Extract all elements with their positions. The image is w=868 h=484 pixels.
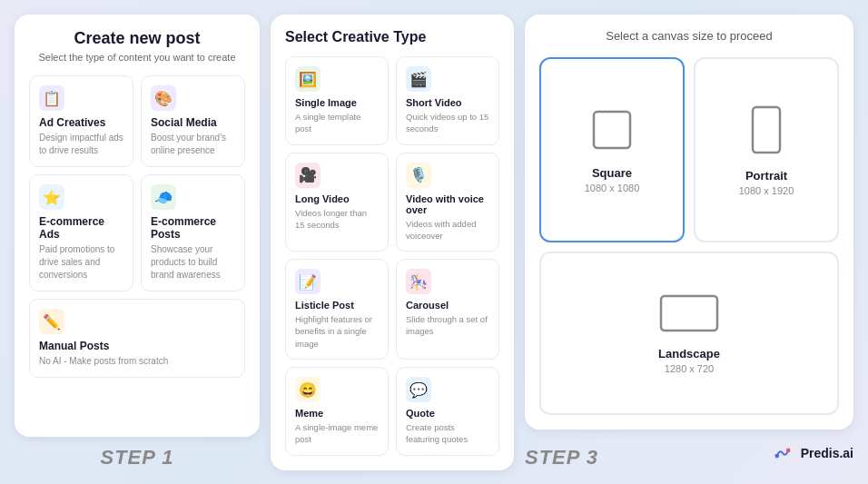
step2-item-title-carousel: Carousel (406, 300, 489, 311)
step2-item-title-listicle: Listicle Post (295, 300, 379, 311)
step1-icon-ad-creatives: 📋 (39, 85, 64, 111)
step1-icon-social-media: 🎨 (151, 85, 176, 111)
canvas-item-landscape[interactable]: Landscape 1280 x 720 (539, 252, 839, 415)
step2-item-desc-quote: Create posts featuring quotes (406, 421, 489, 446)
svg-point-4 (786, 449, 791, 453)
step2-icon-carousel: 🎠 (406, 269, 431, 294)
step2-item-title-short-video: Short Video (406, 97, 489, 108)
canvas-shape-portrait (749, 104, 784, 160)
step2-wrapper: Select Creative Type 🖼️ Single Image A s… (271, 15, 514, 469)
step3-wrapper: Select a canvas size to proceed Square 1… (525, 15, 853, 469)
step1-item-ecommerce-posts[interactable]: 🧢 E-commerce Posts Showcase your product… (141, 174, 245, 291)
canvas-title-portrait: Portrait (745, 169, 787, 183)
step1-item-title-ad-creatives: Ad Creatives (39, 116, 123, 129)
step1-item-title-ecommerce-ads: E-commerce Ads (39, 215, 123, 241)
step1-icon-ecommerce-posts: 🧢 (151, 184, 176, 210)
step2-item-carousel[interactable]: 🎠 Carousel Slide through a set of images (396, 259, 499, 360)
step2-item-quote[interactable]: 💬 Quote Create posts featuring quotes (396, 367, 499, 456)
step2-icon-quote: 💬 (406, 377, 431, 402)
step2-item-title-voice-over: Video with voice over (406, 193, 489, 215)
step2-item-long-video[interactable]: 🎥 Long Video Videos longer than 15 secon… (285, 153, 389, 252)
canvas-item-square[interactable]: Square 1080 x 1080 (539, 57, 685, 242)
svg-point-5 (774, 454, 779, 459)
step1-item-title-ecommerce-posts: E-commerce Posts (151, 215, 235, 241)
step2-icon-voice-over: 🎙️ (406, 163, 431, 188)
canvas-shape-landscape (657, 292, 721, 338)
landscape-shape-icon (657, 292, 721, 334)
step1-card: Create new post Select the type of conte… (15, 15, 260, 437)
canvas-item-portrait[interactable]: Portrait 1080 x 1920 (694, 57, 839, 242)
step3-card: Select a canvas size to proceed Square 1… (525, 15, 853, 430)
main-container: Create new post Select the type of conte… (0, 0, 868, 484)
step2-icon-short-video: 🎬 (406, 66, 431, 92)
step2-label: STEP 2 (356, 479, 429, 484)
step2-item-desc-single-image: A single template post (295, 111, 379, 135)
step2-icon-single-image: 🖼️ (295, 66, 321, 92)
step2-item-desc-voice-over: Videos with added voiceover (406, 218, 489, 242)
step2-item-voice-over[interactable]: 🎙️ Video with voice over Videos with add… (396, 153, 499, 252)
step2-item-single-image[interactable]: 🖼️ Single Image A single template post (285, 56, 389, 145)
predis-logo-text: Predis.ai (801, 446, 853, 460)
step1-item-desc-ad-creatives: Design impactful ads to drive results (39, 132, 123, 157)
step2-item-desc-meme: A single-image meme post (295, 421, 379, 446)
step2-item-title-meme: Meme (295, 408, 379, 419)
svg-rect-0 (594, 112, 630, 148)
step2-icon-long-video: 🎥 (295, 163, 321, 188)
step1-item-desc-ecommerce-posts: Showcase your products to build brand aw… (151, 243, 235, 282)
square-shape-icon (588, 106, 636, 153)
step2-item-short-video[interactable]: 🎬 Short Video Quick videos up to 15 seco… (396, 56, 499, 145)
step1-item-ecommerce-ads[interactable]: ⭐ E-commerce Ads Paid promotions to driv… (29, 174, 133, 291)
step2-item-title-single-image: Single Image (295, 97, 379, 108)
step1-subtitle: Select the type of content you want to c… (29, 52, 245, 63)
step1-item-desc-ecommerce-ads: Paid promotions to drive sales and conve… (39, 243, 123, 282)
step1-item-ad-creatives[interactable]: 📋 Ad Creatives Design impactful ads to d… (29, 75, 133, 167)
step1-grid: 📋 Ad Creatives Design impactful ads to d… (29, 75, 245, 378)
step2-grid: 🖼️ Single Image A single template post 🎬… (285, 56, 499, 456)
svg-rect-1 (753, 107, 780, 153)
step2-item-desc-carousel: Slide through a set of images (406, 313, 489, 338)
step1-label: STEP 1 (101, 446, 174, 469)
step1-item-social-media[interactable]: 🎨 Social Media Boost your brand's online… (141, 75, 245, 167)
step1-icon-manual-posts: ✏️ (39, 309, 64, 334)
step2-item-desc-listicle: Highlight features or benefits in a sing… (295, 313, 379, 350)
canvas-dim-landscape: 1280 x 720 (665, 363, 714, 374)
predis-logo-icon (770, 440, 795, 466)
step3-label: STEP 3 (525, 446, 598, 469)
canvas-title-landscape: Landscape (658, 347, 720, 361)
canvas-shape-square (588, 106, 636, 157)
step1-item-desc-manual-posts: No AI - Make posts from scratch (39, 355, 235, 368)
step2-item-title-quote: Quote (406, 408, 489, 419)
step3-title: Select a canvas size to proceed (539, 29, 839, 43)
canvas-dim-portrait: 1080 x 1920 (739, 185, 794, 196)
step2-card: Select Creative Type 🖼️ Single Image A s… (271, 15, 514, 470)
canvas-grid: Square 1080 x 1080 Portrait 1080 x 1920 … (539, 57, 839, 415)
step2-title: Select Creative Type (285, 29, 499, 45)
canvas-dim-square: 1080 x 1080 (585, 183, 640, 193)
step2-item-meme[interactable]: 😄 Meme A single-image meme post (285, 367, 389, 456)
step1-item-manual-posts[interactable]: ✏️ Manual Posts No AI - Make posts from … (29, 299, 245, 378)
step2-item-desc-long-video: Videos longer than 15 seconds (295, 207, 379, 232)
step2-item-listicle[interactable]: 📝 Listicle Post Highlight features or be… (285, 259, 389, 360)
step2-item-desc-short-video: Quick videos up to 15 seconds (406, 111, 489, 135)
step1-icon-ecommerce-ads: ⭐ (39, 184, 64, 210)
step2-icon-listicle: 📝 (295, 269, 321, 294)
step1-title: Create new post (29, 29, 245, 48)
portrait-shape-icon (749, 104, 784, 156)
step1-item-title-manual-posts: Manual Posts (39, 340, 235, 352)
step2-icon-meme: 😄 (295, 377, 321, 402)
step1-wrapper: Create new post Select the type of conte… (15, 15, 260, 469)
step1-item-title-social-media: Social Media (151, 116, 235, 129)
canvas-title-square: Square (592, 166, 632, 180)
predis-logo: Predis.ai (770, 440, 853, 466)
step2-item-title-long-video: Long Video (295, 193, 379, 204)
step1-item-desc-social-media: Boost your brand's online presence (151, 132, 235, 157)
svg-rect-2 (661, 296, 717, 331)
